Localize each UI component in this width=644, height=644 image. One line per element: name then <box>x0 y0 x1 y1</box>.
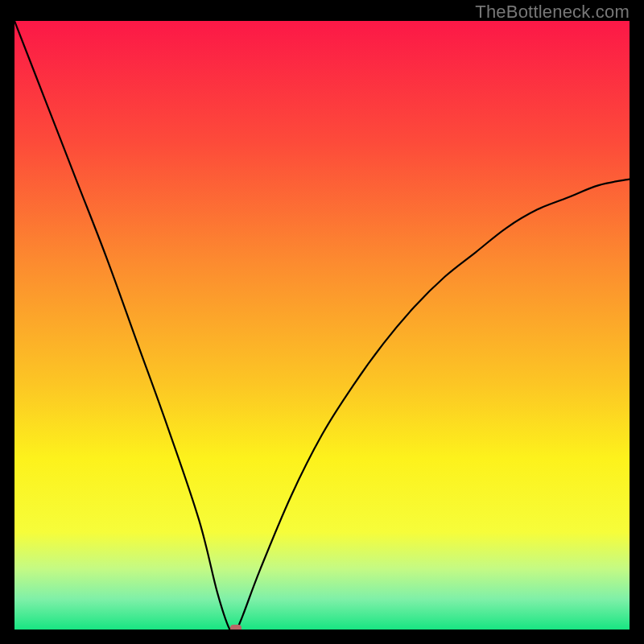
chart-frame: TheBottleneck.com <box>0 0 644 644</box>
chart-background <box>14 21 630 630</box>
chart-svg <box>14 21 630 630</box>
chart-marker <box>230 625 242 630</box>
watermark-label: TheBottleneck.com <box>475 2 630 23</box>
chart-plot-area <box>14 21 630 630</box>
